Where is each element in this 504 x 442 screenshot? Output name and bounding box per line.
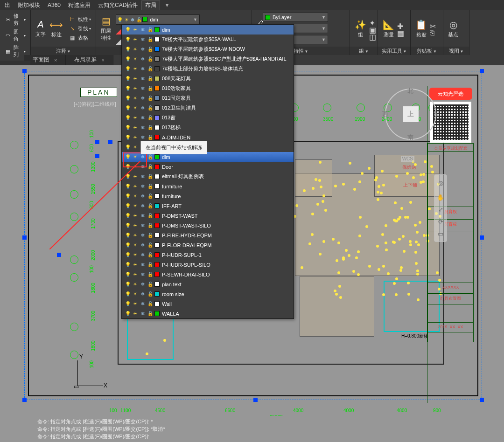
lock-icon[interactable]: 🔓	[147, 301, 153, 307]
bulb-icon[interactable]: 💡	[125, 115, 131, 121]
layer-color-swatch[interactable]	[154, 203, 160, 208]
basepoint-button[interactable]: ◎基点	[446, 18, 460, 39]
linear-button[interactable]: ⊢线性▾	[67, 15, 93, 23]
sun-icon[interactable]: ☀	[132, 232, 138, 238]
lock-icon[interactable]: 🔓	[147, 27, 153, 33]
menu-overflow-icon[interactable]: ▾	[162, 1, 172, 9]
vp-freeze-icon[interactable]: ❄	[140, 66, 146, 72]
layer-row[interactable]: 💡☀❄🔓Wall	[122, 299, 294, 309]
vp-freeze-icon[interactable]: ❄	[140, 222, 146, 228]
dimension-button[interactable]: ⟷标注	[48, 18, 65, 39]
vp-freeze-icon[interactable]: ❄	[140, 213, 146, 219]
layer-row[interactable]: 💡☀❄🔓013窗	[122, 113, 294, 123]
tab-plan[interactable]: 平面图×	[24, 55, 66, 65]
cut-icon[interactable]: ✂	[430, 22, 436, 28]
layer-color-swatch[interactable]	[154, 252, 160, 257]
layer-color-swatch[interactable]	[154, 96, 160, 101]
bulb-icon[interactable]: 💡	[125, 301, 131, 307]
text-button[interactable]: A文字	[34, 18, 48, 39]
vp-freeze-icon[interactable]: ❄	[140, 301, 146, 307]
vp-freeze-icon[interactable]: ❄	[140, 173, 146, 180]
sun-icon[interactable]: ☀	[132, 291, 138, 297]
layer-row[interactable]: 💡☀❄🔓plan text	[122, 279, 294, 289]
layer-row[interactable]: 💡☀❄🔓Door	[122, 162, 294, 172]
layer-row[interactable]: 💡☀❄🔓008天花灯具	[122, 74, 294, 83]
lock-icon[interactable]: 🔓	[147, 242, 153, 248]
lock-icon[interactable]: 🔓	[147, 262, 153, 268]
sun-icon[interactable]: ☀	[132, 193, 138, 199]
bulb-icon[interactable]: 💡	[125, 144, 131, 150]
layer-row[interactable]: 💡☀❄🔓7#楼大平层建筑参照$0$A-WALL	[122, 35, 294, 44]
bulb-icon[interactable]: 💡	[125, 95, 131, 101]
vp-freeze-icon[interactable]: ❄	[140, 27, 146, 33]
layer-row[interactable]: 💡☀❄🔓furniture	[122, 191, 294, 201]
menu-item[interactable]: 附加模块	[14, 0, 44, 10]
bulb-icon[interactable]: 💡	[125, 66, 131, 72]
layer-color-swatch[interactable]	[154, 135, 160, 140]
lock-icon[interactable]: 🔓	[147, 213, 153, 219]
wcs-label[interactable]: WCS	[401, 156, 414, 162]
copy-icon[interactable]: ⎘	[430, 29, 436, 35]
orbit-icon[interactable]: ⟳	[435, 216, 446, 227]
lock-icon[interactable]: 🔓	[147, 105, 153, 111]
vp-freeze-icon[interactable]: ❄	[140, 252, 146, 258]
layer-color-swatch[interactable]	[154, 164, 160, 169]
layer-color-swatch[interactable]	[154, 301, 160, 306]
lock-icon[interactable]: 🔓	[147, 56, 153, 62]
sun-icon[interactable]: ☀	[132, 46, 138, 52]
layer-color-swatch[interactable]	[154, 223, 160, 228]
sun-icon[interactable]: ☀	[132, 66, 138, 72]
bulb-icon[interactable]: 💡	[125, 85, 131, 91]
sun-icon[interactable]: ☀	[132, 311, 138, 317]
layer-color-swatch[interactable]	[154, 27, 160, 32]
layer-color-swatch[interactable]	[154, 125, 160, 130]
layer-color-swatch[interactable]	[154, 213, 160, 218]
layer-color-swatch[interactable]	[154, 66, 160, 71]
bulb-icon[interactable]: 💡	[125, 164, 131, 170]
bulb-icon[interactable]: 💡	[125, 124, 131, 131]
layer-row[interactable]: 💡☀❄🔓eltmall-灯具图例表	[122, 172, 294, 181]
bulb-icon[interactable]: 💡	[125, 242, 131, 248]
vp-freeze-icon[interactable]: ❄	[140, 46, 146, 52]
sun-icon[interactable]: ☀	[132, 271, 138, 277]
layer-row[interactable]: 💡☀❄🔓P-FLOR-DRAI-EQPM	[122, 240, 294, 250]
vp-freeze-icon[interactable]: ❄	[140, 271, 146, 277]
color-combo[interactable]: ByLayer▼	[263, 13, 328, 22]
layer-color-swatch[interactable]	[154, 184, 160, 189]
layer-color-swatch[interactable]	[154, 311, 160, 316]
vp-freeze-icon[interactable]: ❄	[140, 262, 146, 268]
nav-wheel-icon[interactable]: ◎	[435, 178, 446, 188]
util-icon[interactable]: ▦	[397, 29, 403, 35]
layer-color-swatch[interactable]	[154, 76, 160, 81]
sun-icon[interactable]: ☀	[132, 27, 138, 33]
layer-color-swatch[interactable]	[154, 233, 160, 238]
layer-dropdown-panel[interactable]: 💡☀❄🔓dim💡☀❄🔓7#楼大平层建筑参照$0$A-WALL💡☀❄🔓7#楼大平层…	[121, 24, 294, 319]
bulb-icon[interactable]: 💡	[125, 105, 131, 111]
layer-row[interactable]: 💡☀❄🔓IFF-ART	[122, 201, 294, 211]
layer-color-swatch[interactable]	[154, 115, 160, 120]
sun-icon[interactable]: ☀	[132, 76, 138, 82]
lock-icon[interactable]: 🔓	[147, 271, 153, 277]
bulb-icon[interactable]: 💡	[125, 27, 131, 33]
bulb-icon[interactable]: 💡	[125, 193, 131, 199]
lock-icon[interactable]: 🔓	[147, 85, 153, 91]
sun-icon[interactable]: ☀	[132, 281, 138, 287]
lock-icon[interactable]: 🔓	[147, 291, 153, 297]
menu-item[interactable]: 精选应用	[64, 0, 94, 10]
lock-icon[interactable]: 🔓	[147, 66, 153, 72]
sun-icon[interactable]: ☀	[132, 242, 138, 248]
lock-icon[interactable]: 🔓	[147, 311, 153, 317]
bulb-icon[interactable]: 💡	[125, 291, 131, 297]
layer-row[interactable]: 💡☀❄🔓P-DMST-WAST-SILO	[122, 221, 294, 230]
vp-freeze-icon[interactable]: ❄	[140, 193, 146, 199]
vp-freeze-icon[interactable]: ❄	[140, 56, 146, 62]
sun-icon[interactable]: ☀	[132, 134, 138, 140]
layer-row[interactable]: 💡☀❄🔓dim	[122, 25, 294, 35]
zoom-extents-icon[interactable]: ⤢	[435, 204, 446, 214]
sun-icon[interactable]: ☀	[132, 301, 138, 307]
bulb-icon[interactable]: 💡	[125, 173, 131, 180]
vp-freeze-icon[interactable]: ❄	[140, 281, 146, 287]
sun-icon[interactable]: ☀	[132, 164, 138, 170]
layer-row[interactable]: 💡☀❄🔓WALLA	[122, 309, 294, 318]
vp-freeze-icon[interactable]: ❄	[140, 134, 146, 140]
